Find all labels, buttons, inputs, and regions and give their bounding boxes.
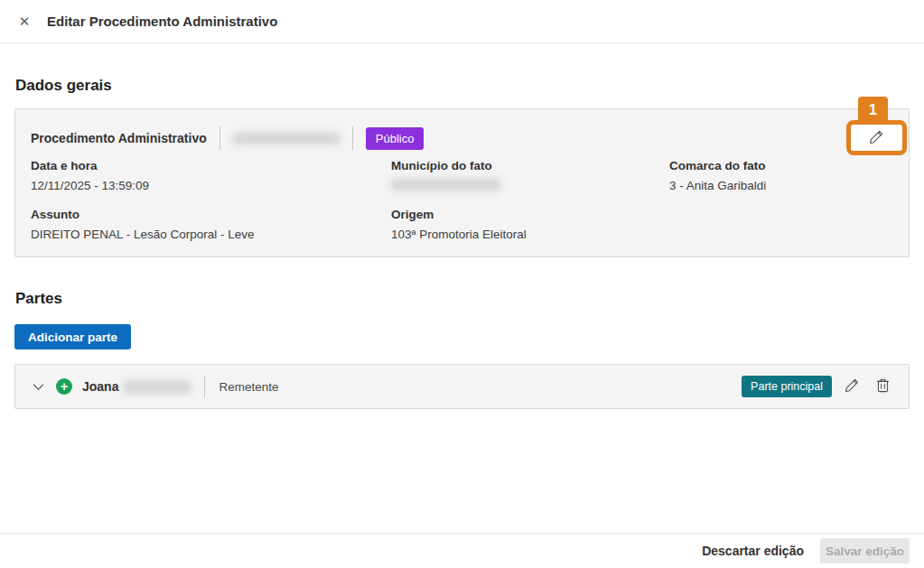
delete-party-button[interactable] [873,374,893,399]
record-type-label: Procedimento Administrativo [31,131,207,145]
edit-dados-gerais-button[interactable] [846,120,907,155]
plus-circle-icon: + [56,378,72,395]
trash-icon [876,377,890,396]
section-title-partes: Partes [15,290,910,308]
divider [352,126,353,150]
dialog-footer: Descartar edição Salvar edição [0,533,924,568]
party-row: + Joana Remetente Parte principal [14,364,910,409]
field-label: Assunto [31,208,391,221]
close-icon[interactable]: ✕ [14,12,34,32]
party-surname-redacted [124,380,191,394]
field-origem: Origem 103ª Promotoria Eleitoral [391,208,669,241]
field-label: Origem [391,208,669,221]
pencil-icon [869,129,884,147]
pencil-icon [845,377,860,396]
field-value: 103ª Promotoria Eleitoral [391,228,669,241]
field-value: DIREITO PENAL - Lesão Corporal - Leve [31,228,391,241]
dialog-title: Editar Procedimento Administrativo [47,14,277,29]
field-value: 12/11/2025 - 13:59:09 [31,179,391,192]
dados-gerais-card: Procedimento Administrativo Público 1 Da… [14,108,910,257]
visibility-badge: Público [366,127,425,150]
save-edit-button[interactable]: Salvar edição [820,538,910,563]
dialog-header: ✕ Editar Procedimento Administrativo [0,0,924,43]
field-municipio-do-fato: Município do fato [391,159,669,192]
field-label: Município do fato [391,159,669,172]
som-annotation: 1 [846,120,907,155]
field-label: Data e hora [31,159,391,172]
party-role: Remetente [219,380,732,394]
discard-edit-button[interactable]: Descartar edição [696,540,809,562]
party-first-name: Joana [82,379,118,394]
divider [219,126,220,150]
field-value: 3 - Anita Garibaldi [669,179,893,192]
add-party-button[interactable]: Adicionar parte [14,324,131,349]
field-value-redacted [391,179,501,191]
section-title-dados-gerais: Dados gerais [15,77,910,95]
main-party-badge: Parte principal [742,376,832,397]
field-data-e-hora: Data e hora 12/11/2025 - 13:59:09 [31,159,391,192]
party-name: Joana [82,379,191,394]
record-number-redacted [233,133,340,144]
divider [204,376,205,397]
field-label: Comarca do fato [669,159,893,172]
edit-party-button[interactable] [841,374,863,399]
chevron-down-icon[interactable] [31,381,46,393]
field-assunto: Assunto DIREITO PENAL - Lesão Corporal -… [31,208,391,241]
field-comarca-do-fato: Comarca do fato 3 - Anita Garibaldi [669,159,893,192]
